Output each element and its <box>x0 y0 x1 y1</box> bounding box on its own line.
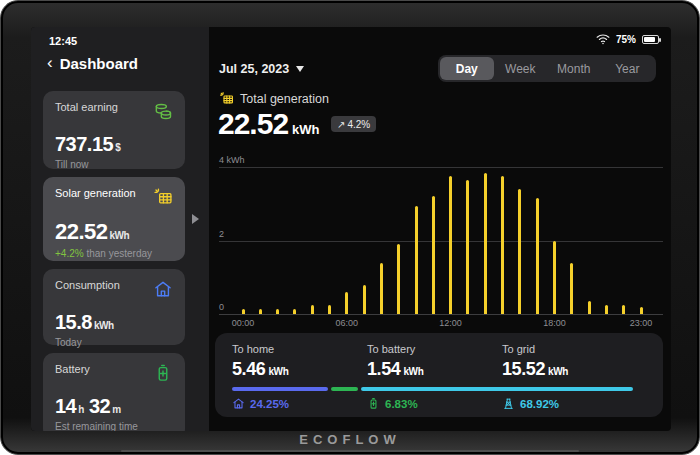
xtick-1200: 12:00 <box>439 318 462 328</box>
axis-baseline <box>219 314 663 315</box>
date-picker[interactable]: Jul 25, 2023 <box>219 62 304 76</box>
generation-bar-chart[interactable]: 4 kWh 2 0 <box>219 167 663 314</box>
to-grid-percent: 68.92% <box>502 397 559 410</box>
chart-bar <box>328 305 331 314</box>
generation-unit: kWh <box>292 122 319 137</box>
to-battery-unit: kWh <box>403 366 423 377</box>
card-battery[interactable]: Battery 14h 32m Est remaining time <box>43 353 185 431</box>
to-battery-label: To battery <box>367 343 423 355</box>
chart-bar <box>518 189 521 314</box>
chart-bar <box>293 309 296 315</box>
card-consumption[interactable]: Consumption 15.8kWh Today <box>43 269 185 345</box>
wifi-icon <box>596 33 610 45</box>
tab-year[interactable]: Year <box>601 57 655 80</box>
to-grid-label: To grid <box>502 343 568 355</box>
solar-value: 22.52 <box>55 219 108 244</box>
segment-to-battery <box>331 387 358 391</box>
battery-percent-label: 75% <box>616 34 636 45</box>
gridline-2kwh <box>219 241 663 242</box>
chart-bar <box>640 307 643 314</box>
tab-week[interactable]: Week <box>494 57 548 80</box>
selected-card-caret-icon <box>192 214 199 224</box>
chart-bar <box>397 244 400 314</box>
chart-bar <box>363 285 366 314</box>
ytick-4kwh: 4 kWh <box>219 155 245 165</box>
card-label: Consumption <box>55 279 120 291</box>
distribution-progress-bar <box>232 387 633 391</box>
distribution-panel: To home 5.46kWh To battery 1.54kWh To gr… <box>215 333 663 417</box>
dropdown-caret-icon <box>296 66 304 72</box>
chart-bar <box>570 263 573 314</box>
tab-day[interactable]: Day <box>440 57 494 80</box>
battery-icon <box>367 397 380 410</box>
segment-to-grid <box>361 387 633 391</box>
percent-row: 24.25% 6.83% <box>215 397 663 417</box>
percent-value: 68.92% <box>520 398 559 410</box>
home-icon <box>232 397 245 410</box>
consumption-value: 15.8 <box>55 311 92 333</box>
sidebar: 12:45 ‹ Dashboard Total earning <box>31 27 209 431</box>
ytick-2: 2 <box>219 229 224 239</box>
to-grid-stat: To grid 15.52kWh <box>502 343 568 380</box>
tablet-device: 12:45 ‹ Dashboard Total earning <box>0 0 700 455</box>
card-total-earning[interactable]: Total earning 737.15$ Till now <box>43 91 185 169</box>
to-home-value: 5.46 <box>232 359 265 379</box>
chart-bar <box>536 198 539 314</box>
grid-tower-icon <box>502 397 515 410</box>
delta-badge: ↗ 4.2% <box>331 116 376 132</box>
ytick-0: 0 <box>219 302 224 312</box>
battery-hours: 14 <box>55 395 76 417</box>
chart-bar <box>622 305 625 314</box>
to-grid-unit: kWh <box>548 366 568 377</box>
xtick-2300: 23:00 <box>630 318 653 328</box>
xtick-1800: 18:00 <box>543 318 566 328</box>
dashboard-header[interactable]: ‹ Dashboard <box>47 55 138 72</box>
trend-up-icon: ↗ <box>337 119 345 130</box>
ecoflow-logo: ECOFLOW <box>1 432 699 447</box>
chart-bar <box>466 180 469 314</box>
date-label: Jul 25, 2023 <box>219 62 289 76</box>
battery-icon <box>153 363 173 383</box>
status-right: 75% <box>596 33 659 45</box>
chart-bar <box>484 173 487 314</box>
chart-bar <box>501 176 504 314</box>
page-title: Dashboard <box>60 55 138 72</box>
battery-status-icon <box>642 35 659 44</box>
total-generation-value: 22.52 kWh <box>218 107 320 141</box>
back-chevron-icon[interactable]: ‹ <box>47 54 53 71</box>
to-battery-percent: 6.83% <box>367 397 418 410</box>
to-battery-value: 1.54 <box>367 359 400 379</box>
earning-sub: Till now <box>55 159 173 170</box>
delta-value: 4.2% <box>347 119 370 130</box>
chart-bar <box>242 309 245 315</box>
to-home-stat: To home 5.46kWh <box>232 343 288 380</box>
to-home-label: To home <box>232 343 288 355</box>
device-bottom-edge <box>121 450 579 452</box>
chart-bar <box>345 292 348 314</box>
earning-value: 737.15 <box>55 133 113 155</box>
card-solar-generation[interactable]: Solar generation 22.52kWh +4.2% than yes… <box>43 177 185 261</box>
xtick-0600: 06:00 <box>336 318 359 328</box>
card-label: Battery <box>55 363 90 375</box>
solar-unit: kWh <box>110 230 130 241</box>
total-generation-label: Total generation <box>240 92 329 106</box>
consumption-unit: kWh <box>94 320 114 331</box>
card-label: Solar generation <box>55 187 136 199</box>
period-tabs: Day Week Month Year <box>438 55 656 82</box>
to-home-percent: 24.25% <box>232 397 289 410</box>
screen: 12:45 ‹ Dashboard Total earning <box>31 27 671 431</box>
total-generation-header: Total generation <box>219 91 329 106</box>
solar-panel-icon <box>153 187 173 207</box>
chart-bar <box>449 176 452 314</box>
solar-sub: than yesterday <box>86 248 152 259</box>
to-grid-value: 15.52 <box>502 359 545 379</box>
generation-number: 22.52 <box>218 107 288 141</box>
coins-icon <box>153 101 173 121</box>
tab-month[interactable]: Month <box>547 57 601 80</box>
gridline-4kwh <box>219 167 663 168</box>
battery-hours-unit: h <box>78 404 84 415</box>
chart-bar <box>259 309 262 315</box>
consumption-sub: Today <box>55 337 173 348</box>
home-icon <box>153 279 173 299</box>
chart-bar <box>311 305 314 314</box>
